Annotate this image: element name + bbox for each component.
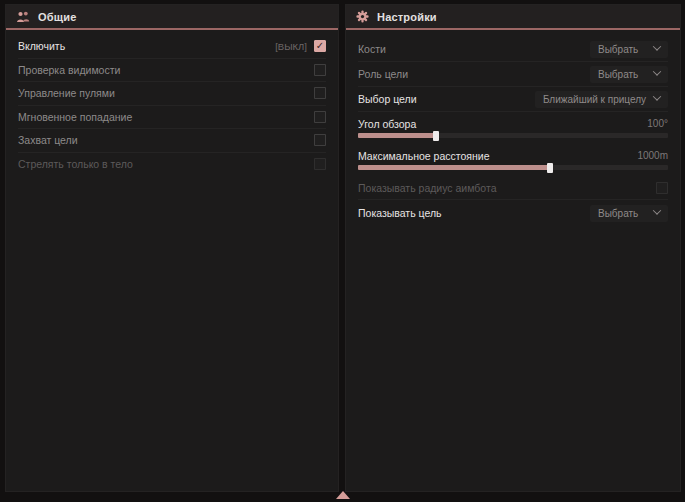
- users-icon: [16, 11, 30, 23]
- target-select-dropdown[interactable]: Ближайший к прицелу: [535, 91, 668, 108]
- target-role-dropdown-value: Выбрать: [598, 69, 638, 80]
- panel-settings-title: Настройки: [377, 11, 437, 23]
- check-icon: ✓: [316, 41, 324, 51]
- fov-value: 100°: [647, 118, 668, 129]
- row-target-select[interactable]: Выбор цели Ближайший к прицелу: [358, 87, 668, 112]
- panel-settings-header: Настройки: [346, 5, 680, 28]
- max-distance-group: Максимальное расстояние 1000m: [358, 146, 668, 170]
- fov-label: Угол обзора: [358, 118, 416, 130]
- max-distance-slider-thumb[interactable]: [547, 163, 553, 173]
- bones-dropdown-value: Выбрать: [598, 44, 638, 55]
- row-target-lock[interactable]: Захват цели: [18, 129, 326, 153]
- row-bones-label: Кости: [358, 43, 386, 55]
- panel-general-header: Общие: [6, 5, 338, 28]
- fov-slider-fill: [358, 133, 436, 138]
- panel-settings: Настройки Кости Выбрать Роль цели Выбрат…: [345, 4, 681, 492]
- fov-slider[interactable]: [358, 133, 668, 138]
- target-select-dropdown-value: Ближайший к прицелу: [543, 94, 646, 105]
- row-target-select-label: Выбор цели: [358, 93, 417, 105]
- panel-general-title: Общие: [38, 11, 77, 23]
- bones-dropdown[interactable]: Выбрать: [590, 41, 668, 58]
- row-visibility-label: Проверка видимости: [18, 64, 120, 76]
- show-target-dropdown-value: Выбрать: [598, 208, 638, 219]
- enable-checkbox[interactable]: ✓: [314, 40, 326, 52]
- instant-hit-checkbox[interactable]: [314, 111, 326, 123]
- scroll-up-indicator[interactable]: [336, 491, 350, 499]
- row-bullet-control-label: Управление пулями: [18, 87, 115, 99]
- row-enable-label: Включить: [18, 40, 65, 52]
- row-show-radius-label: Показывать радиус аимбота: [358, 182, 497, 194]
- row-show-target[interactable]: Показывать цель Выбрать: [358, 200, 668, 226]
- chevron-down-icon: [653, 92, 661, 100]
- row-target-role[interactable]: Роль цели Выбрать: [358, 62, 668, 87]
- row-bones[interactable]: Кости Выбрать: [358, 37, 668, 62]
- fov-group: Угол обзора 100°: [358, 114, 668, 138]
- bullet-control-checkbox[interactable]: [314, 87, 326, 99]
- chevron-down-icon: [653, 42, 661, 50]
- gear-icon: [356, 10, 369, 23]
- row-instant-hit-label: Мгновенное попадание: [18, 111, 132, 123]
- target-lock-checkbox[interactable]: [314, 134, 326, 146]
- row-instant-hit[interactable]: Мгновенное попадание: [18, 106, 326, 130]
- panel-general-body: Включить [ВЫКЛ] ✓ Проверка видимости Упр…: [6, 30, 338, 491]
- row-enable-hotkey: [ВЫКЛ]: [275, 41, 307, 52]
- panel-settings-body: Кости Выбрать Роль цели Выбрать Выбор це…: [346, 30, 680, 491]
- row-visibility-check[interactable]: Проверка видимости: [18, 59, 326, 83]
- row-show-radius[interactable]: Показывать радиус аимбота: [358, 176, 668, 200]
- max-distance-slider-fill: [358, 165, 550, 170]
- body-only-checkbox[interactable]: [314, 158, 326, 170]
- row-body-only[interactable]: Стрелять только в тело: [18, 153, 326, 177]
- row-show-target-label: Показывать цель: [358, 207, 442, 219]
- row-body-only-label: Стрелять только в тело: [18, 158, 133, 170]
- max-distance-slider[interactable]: [358, 165, 668, 170]
- target-role-dropdown[interactable]: Выбрать: [590, 66, 668, 83]
- max-distance-value: 1000m: [637, 150, 668, 161]
- show-radius-checkbox[interactable]: [656, 182, 668, 194]
- row-target-lock-label: Захват цели: [18, 134, 78, 146]
- max-distance-label: Максимальное расстояние: [358, 150, 489, 162]
- row-enable[interactable]: Включить [ВЫКЛ] ✓: [18, 35, 326, 59]
- visibility-checkbox[interactable]: [314, 64, 326, 76]
- show-target-dropdown[interactable]: Выбрать: [590, 205, 668, 222]
- panel-general: Общие Включить [ВЫКЛ] ✓ Проверка видимос…: [5, 4, 339, 492]
- fov-slider-thumb[interactable]: [433, 131, 439, 141]
- chevron-down-icon: [653, 206, 661, 214]
- chevron-down-icon: [653, 67, 661, 75]
- row-bullet-control[interactable]: Управление пулями: [18, 82, 326, 106]
- row-target-role-label: Роль цели: [358, 68, 408, 80]
